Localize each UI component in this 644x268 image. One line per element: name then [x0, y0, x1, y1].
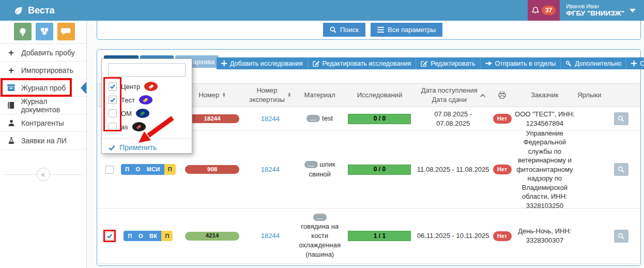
check-icon [110, 83, 116, 90]
apply-label: Применить [119, 143, 157, 152]
user-menu[interactable]: Иванов Иван ФГБУ "ВНИИЗЖ" [560, 0, 644, 21]
additional-button[interactable]: Дополнительно [561, 57, 626, 69]
filter-option-as[interactable]: as [102, 120, 192, 133]
row-checkbox[interactable] [105, 232, 114, 240]
ellipsis-badge[interactable]: ... [306, 115, 320, 122]
option-checkbox[interactable] [109, 82, 117, 91]
button-label: Отправить в отделы [495, 60, 556, 67]
all-parameters-button[interactable]: Все параметры [371, 23, 442, 37]
filter-option-test[interactable]: Тест [102, 93, 192, 107]
notifications-button[interactable]: 37 [528, 0, 560, 21]
customer-text: Управление Федеральной службы по ветерин… [512, 129, 577, 211]
option-checkbox[interactable] [109, 96, 117, 104]
app-logo[interactable]: Веста [13, 5, 55, 16]
add-research-button[interactable]: Добавить исследования [217, 57, 308, 69]
magnifier-icon [618, 115, 624, 122]
sample-number-pill[interactable]: 18244 [185, 114, 239, 123]
view-sample-button[interactable] [614, 163, 628, 176]
sidebar-item-documents-journal[interactable]: Журнал документов [0, 97, 86, 114]
create-document-button[interactable]: Сформировать документ [626, 57, 644, 69]
sidebar-item-samples-journal[interactable]: Журнал проб [0, 79, 86, 97]
active-item-arrow-icon [81, 82, 86, 94]
top-bar: Веста 37 Иванов Иван ФГБУ "ВНИИЗЖ" [0, 0, 644, 21]
edit-research-button[interactable]: Редактировать исследования [308, 57, 417, 69]
journal-panel: архива Добавить исследования Редактирова… [97, 49, 641, 266]
option-checkbox[interactable] [109, 123, 117, 131]
filter-option-centr[interactable]: Центр [102, 80, 192, 93]
search-button[interactable]: Поиск [323, 23, 365, 37]
customer-text: ООО "ТЕСТ", ИНН: 1234567894 [512, 110, 577, 128]
user-name: Иванов Иван [566, 3, 624, 10]
book-icon [7, 101, 15, 109]
app-title: Веста [28, 5, 55, 16]
ellipsis-badge[interactable]: ... [313, 214, 327, 221]
check-icon [109, 144, 115, 151]
chat-icon[interactable] [57, 23, 75, 40]
sample-tags: П О МСИП [121, 164, 176, 175]
sidebar-item-label: Журнал документов [21, 97, 86, 114]
tag-yellow: П [161, 231, 173, 242]
search-button-label: Поиск [340, 26, 359, 34]
expertise-link[interactable]: 18244 [261, 114, 280, 124]
button-label: Редактировать [431, 60, 475, 67]
view-sample-button[interactable] [614, 112, 628, 125]
filter-option-om[interactable]: ОМ [102, 107, 192, 120]
sidebar-item-import[interactable]: + Импортировать [0, 62, 86, 79]
expertise-link[interactable]: 18244 [261, 165, 280, 174]
emblem-icon[interactable] [14, 23, 32, 40]
sort-asc-icon[interactable] [480, 94, 485, 97]
dates-text: 07.08.2025 - 07.08.2025 [430, 110, 477, 128]
notifications-count-badge: 37 [542, 6, 556, 15]
sort-icon[interactable]: ▲▼ [287, 93, 292, 98]
sidebar-item-li-requests[interactable]: Заявки на ЛИ [0, 132, 86, 150]
archive-box-icon [7, 84, 16, 92]
check-icon [110, 97, 116, 103]
sample-number-pill[interactable]: 4214 [185, 232, 239, 241]
edit-icon [421, 60, 427, 67]
row-checkbox[interactable] [105, 166, 114, 174]
button-label: Сформировать документ [640, 60, 644, 67]
magnifier-icon [618, 233, 624, 240]
button-label: Редактировать исследования [323, 60, 411, 67]
arrow-right-icon [485, 61, 492, 66]
table-row[interactable]: П О ВКП 4214 18244 ... говядина на кости… [97, 209, 640, 264]
tag-yellow: П [164, 164, 176, 175]
send-to-departments-button[interactable]: Отправить в отделы [481, 57, 561, 69]
dates-text: 11.08.2025 - 11.08.2025 [417, 165, 489, 174]
printer-icon[interactable] [498, 92, 506, 99]
toolbar: Добавить исследования Редактировать иссл… [217, 57, 644, 69]
sidebar-collapse-button[interactable]: « [37, 168, 50, 181]
tools-icon [565, 61, 572, 67]
research-count-badge: 0 / 0 [348, 165, 411, 175]
header-labels: Ярлыки [577, 91, 601, 100]
sort-icon[interactable]: ▲▼ [222, 93, 226, 98]
printed-status-badge: Нет [493, 165, 512, 174]
printed-status-badge: Нет [493, 231, 512, 241]
magnifier-icon [618, 166, 624, 173]
sidebar-item-counterparties[interactable]: Контрагенты [0, 114, 86, 132]
apply-filter-button[interactable]: Применить [102, 139, 192, 152]
customer-text: День-Ночь, ИНН: 3328300307 [512, 227, 577, 245]
animals-icon[interactable] [36, 23, 53, 40]
view-sample-button[interactable] [614, 230, 628, 243]
tag-blue: П О МСИ [121, 164, 164, 175]
tag-oval-icon [136, 109, 149, 118]
flask-icon [7, 137, 16, 144]
plus-icon [631, 61, 637, 66]
edit-button[interactable]: Редактировать [416, 57, 480, 69]
expertise-link[interactable]: 18244 [261, 231, 280, 241]
header-dates: Дата поступления Дата сдачи [421, 86, 478, 104]
plus-icon [221, 61, 227, 66]
annotation-red-box [103, 230, 116, 242]
tag-filter-search-input[interactable] [108, 63, 186, 77]
ellipsis-badge[interactable]: ... [304, 161, 318, 168]
option-label: as [121, 123, 128, 131]
sidebar-item-add-sample[interactable]: + Добавить пробу [0, 44, 86, 62]
list-icon [377, 27, 384, 33]
sidebar-item-label: Импортировать [21, 66, 73, 75]
tag-filter-dropdown: Центр Тест ОМ [101, 58, 192, 154]
option-checkbox[interactable] [109, 109, 117, 117]
sidebar-menu: + Добавить пробу + Импортировать Журнал … [0, 43, 86, 150]
sample-number-pill[interactable]: 908 [185, 165, 239, 174]
person-icon [7, 119, 16, 127]
